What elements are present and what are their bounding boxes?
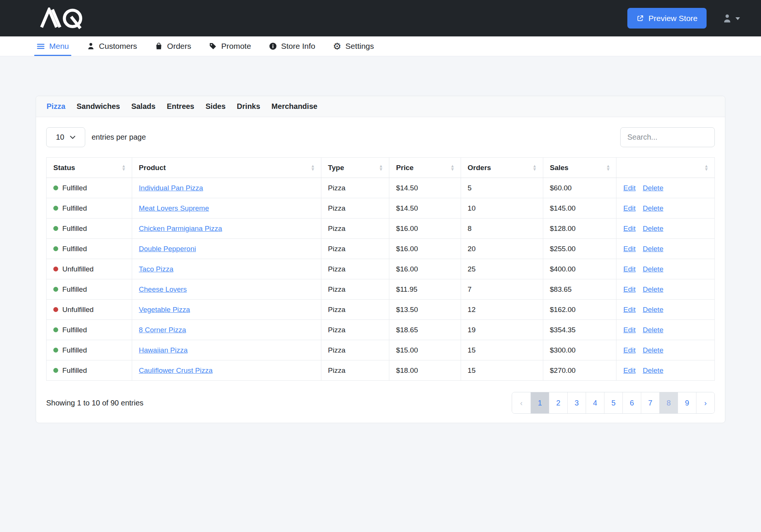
- status-badge: Unfulfilled: [53, 265, 125, 273]
- table-row: FulfilledHawaiian PizzaPizza$15.0015$300…: [47, 340, 715, 360]
- bag-icon: [155, 42, 163, 50]
- column-header-sales[interactable]: Sales▲▼: [543, 158, 616, 178]
- actions-cell: EditDelete: [616, 340, 715, 360]
- pagination-page-8[interactable]: 8: [659, 392, 678, 413]
- pagination-page-1[interactable]: 1: [530, 392, 549, 413]
- search-input[interactable]: [620, 127, 715, 147]
- nav-item-promote[interactable]: Promote: [209, 36, 251, 56]
- nav-item-settings[interactable]: ⚙Settings: [333, 36, 374, 56]
- pagination-page-6[interactable]: 6: [622, 392, 641, 413]
- pagination-page-2[interactable]: 2: [549, 392, 567, 413]
- price-cell: $11.95: [389, 279, 461, 300]
- column-header-inner: ▲▼: [623, 164, 708, 171]
- edit-link[interactable]: Edit: [623, 366, 636, 374]
- edit-link[interactable]: Edit: [623, 285, 636, 293]
- edit-link[interactable]: Edit: [623, 326, 636, 334]
- pagination-prev-button[interactable]: ‹: [512, 392, 530, 413]
- tab-sides[interactable]: Sides: [206, 102, 226, 111]
- product-link[interactable]: Cauliflower Crust Pizza: [139, 366, 212, 374]
- column-header-status[interactable]: Status▲▼: [47, 158, 132, 178]
- type-cell: Pizza: [321, 300, 389, 320]
- sort-icon: ▲▼: [533, 164, 536, 171]
- product-link[interactable]: Meat Lovers Supreme: [139, 204, 209, 212]
- status-cell: Unfulfilled: [47, 300, 132, 320]
- status-cell: Fulfilled: [47, 279, 132, 300]
- orders-cell: 15: [461, 360, 543, 381]
- orders-cell: 15: [461, 340, 543, 360]
- edit-link[interactable]: Edit: [623, 204, 636, 212]
- pagination-page-4[interactable]: 4: [586, 392, 604, 413]
- edit-link[interactable]: Edit: [623, 265, 636, 273]
- pagination-page-3[interactable]: 3: [567, 392, 586, 413]
- column-header-price[interactable]: Price▲▼: [389, 158, 461, 178]
- column-header-product[interactable]: Product▲▼: [132, 158, 321, 178]
- column-header-type[interactable]: Type▲▼: [321, 158, 389, 178]
- product-link[interactable]: Hawaiian Pizza: [139, 346, 188, 354]
- edit-link[interactable]: Edit: [623, 225, 636, 232]
- product-orders: 5: [468, 184, 472, 192]
- sort-asc-icon: ▲: [533, 164, 536, 167]
- pagination-page-9[interactable]: 9: [678, 392, 696, 413]
- delete-link[interactable]: Delete: [643, 245, 663, 253]
- product-link[interactable]: Individual Pan Pizza: [139, 184, 203, 192]
- product-orders: 8: [468, 225, 472, 232]
- status-label: Fulfilled: [62, 204, 87, 212]
- user-menu[interactable]: [722, 13, 740, 24]
- tab-drinks[interactable]: Drinks: [237, 102, 260, 111]
- delete-link[interactable]: Delete: [643, 285, 663, 293]
- delete-link[interactable]: Delete: [643, 265, 663, 273]
- price-cell: $14.50: [389, 198, 461, 219]
- product-type: Pizza: [328, 184, 345, 192]
- main-area: PizzaSandwichesSaladsEntreesSidesDrinksM…: [0, 56, 761, 423]
- status-badge: Fulfilled: [53, 225, 125, 233]
- edit-link[interactable]: Edit: [623, 306, 636, 313]
- nav-item-label: Menu: [49, 42, 69, 51]
- product-link[interactable]: 8 Corner Pizza: [139, 326, 186, 334]
- product-link[interactable]: Vegetable Pizza: [139, 306, 190, 313]
- product-link[interactable]: Chicken Parmigiana Pizza: [139, 225, 222, 232]
- tab-merchandise[interactable]: Merchandise: [271, 102, 317, 111]
- user-avatar-icon: [722, 13, 733, 24]
- nav-item-orders[interactable]: Orders: [155, 36, 191, 56]
- delete-link[interactable]: Delete: [643, 225, 663, 232]
- nav-item-store-info[interactable]: Store Info: [269, 36, 315, 56]
- delete-link[interactable]: Delete: [643, 346, 663, 354]
- column-header-inner: Status▲▼: [53, 164, 125, 172]
- status-dot-icon: [53, 287, 58, 292]
- pagination-page-5[interactable]: 5: [604, 392, 622, 413]
- product-cell: Double Pepperoni: [132, 239, 321, 259]
- delete-link[interactable]: Delete: [643, 326, 663, 334]
- sales-cell: $270.00: [543, 360, 616, 381]
- tab-salads[interactable]: Salads: [131, 102, 155, 111]
- delete-link[interactable]: Delete: [643, 184, 663, 192]
- tab-entrees[interactable]: Entrees: [167, 102, 194, 111]
- actions-cell: EditDelete: [616, 219, 715, 239]
- preview-store-button[interactable]: Preview Store: [627, 8, 707, 29]
- tab-pizza[interactable]: Pizza: [47, 102, 65, 111]
- product-link[interactable]: Taco Pizza: [139, 265, 173, 273]
- column-header-actions[interactable]: ▲▼: [616, 158, 715, 178]
- delete-link[interactable]: Delete: [643, 366, 663, 374]
- type-cell: Pizza: [321, 178, 389, 198]
- sort-desc-icon: ▼: [312, 168, 314, 171]
- product-orders: 10: [468, 204, 476, 212]
- nav-item-menu[interactable]: Menu: [36, 36, 69, 56]
- edit-link[interactable]: Edit: [623, 346, 636, 354]
- delete-link[interactable]: Delete: [643, 306, 663, 313]
- column-header-orders[interactable]: Orders▲▼: [461, 158, 543, 178]
- delete-link[interactable]: Delete: [643, 204, 663, 212]
- product-link[interactable]: Cheese Lovers: [139, 285, 187, 293]
- pagination-next-button[interactable]: ›: [696, 392, 714, 413]
- product-price: $15.00: [396, 346, 418, 354]
- edit-link[interactable]: Edit: [623, 184, 636, 192]
- edit-link[interactable]: Edit: [623, 245, 636, 253]
- pagination-page-7[interactable]: 7: [641, 392, 659, 413]
- price-cell: $18.65: [389, 320, 461, 340]
- product-link[interactable]: Double Pepperoni: [139, 245, 196, 253]
- gear-icon: ⚙: [333, 42, 341, 51]
- sales-cell: $255.00: [543, 239, 616, 259]
- nav-item-customers[interactable]: Customers: [87, 36, 137, 56]
- status-cell: Fulfilled: [47, 219, 132, 239]
- tab-sandwiches[interactable]: Sandwiches: [77, 102, 120, 111]
- entries-per-page-select[interactable]: 10: [46, 127, 85, 147]
